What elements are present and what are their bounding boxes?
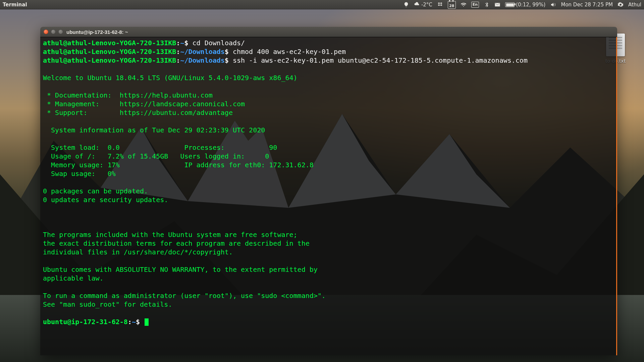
weather-indicator[interactable]: -2°C [414,2,432,8]
bluetooth-icon[interactable] [484,2,490,8]
window-close-button[interactable] [44,29,48,34]
battery-indicator[interactable]: (0:12, 99%) [505,2,545,8]
keyboard-layout-indicator[interactable]: En [471,2,479,8]
terminal-title-text: ubuntu@ip-172-31-62-8: ~ [66,29,128,35]
weather-icon [414,2,420,8]
gear-icon[interactable] [618,2,624,8]
lightbulb-icon[interactable] [403,2,409,8]
terminal-body[interactable]: athul@athul-Lenovo-YOGA-720-13IKB:~$ cd … [40,37,617,355]
mail-icon[interactable] [494,2,500,8]
terminal-window: ubuntu@ip-172-31-62-8: ~ athul@athul-Len… [40,27,617,355]
wifi-icon[interactable] [461,2,467,8]
battery-icon [505,2,515,7]
dropbox-icon[interactable] [437,2,443,8]
terminal-titlebar[interactable]: ubuntu@ip-172-31-62-8: ~ [40,27,617,37]
window-maximize-button[interactable] [58,29,63,34]
calendar-icon[interactable]: 28 [448,1,456,9]
cursor-block [145,318,149,326]
temperature-text: -2°C [421,2,432,8]
top-menubar: Terminal -2°C 28 En [0,0,644,9]
app-menu-title[interactable]: Terminal [3,2,27,8]
session-user[interactable]: Athul [628,2,641,8]
desktop: to-do.txt Terminal -2°C 28 En [0,0,644,362]
battery-text: (0:12, 99%) [516,2,545,8]
volume-icon[interactable] [550,2,556,8]
window-minimize-button[interactable] [51,29,56,34]
clock-text[interactable]: Mon Dec 28 7:25 PM [561,2,612,8]
